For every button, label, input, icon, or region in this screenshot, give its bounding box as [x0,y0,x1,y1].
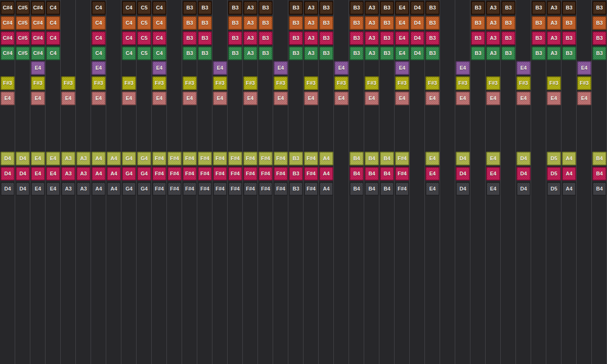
note-cell[interactable]: E4 [486,182,500,196]
note-cell[interactable]: F#4 [167,182,182,196]
note-label: G4 [141,186,148,191]
note-label: B4 [368,186,375,191]
note-cell[interactable]: A4 [92,182,106,196]
note-cell[interactable]: G4 [122,182,136,196]
note-label: A3 [65,186,72,191]
note-label: A4 [110,186,117,191]
note-cell[interactable]: F#4 [304,182,318,196]
note-cell[interactable]: F#4 [258,182,273,196]
note-cell[interactable]: F#4 [395,182,409,196]
note-label: B4 [596,186,603,191]
note-cell[interactable]: B3 [289,182,303,196]
note-cell[interactable]: D4 [516,182,531,196]
note-label: G4 [126,186,133,191]
note-cell[interactable]: F#4 [213,182,227,196]
note-label: D4 [460,186,466,191]
note-cell[interactable]: B4 [592,182,607,196]
note-label: A4 [95,186,102,191]
note-label: B3 [293,186,299,191]
sequencer-grid[interactable]: C#4C#5C#4C4C4C4C5C4B3B3B3A3B3B3A3B3B3A3B… [0,0,607,364]
note-label: A3 [80,186,87,191]
note-label: B4 [353,186,360,191]
note-cell[interactable]: F#4 [198,182,212,196]
note-cell[interactable]: D4 [16,182,30,196]
sequencer-row-melody-3: D4D4E4E4A3A3A4A4G4G4F#4F#4F#4F#4F#4F#4F#… [0,0,607,364]
note-cell[interactable]: A4 [107,182,121,196]
note-label: D4 [19,186,26,191]
note-label: E4 [35,186,41,191]
note-cell[interactable]: G4 [137,182,151,196]
note-label: F#4 [201,186,210,191]
note-label: A4 [323,186,330,191]
note-label: F#4 [398,186,407,191]
note-cell[interactable]: D4 [0,182,15,196]
note-cell[interactable]: B4 [380,182,394,196]
note-label: A4 [566,186,572,191]
note-label: F#4 [246,186,255,191]
note-cell[interactable]: B4 [365,182,379,196]
note-label: D4 [4,186,11,191]
note-cell[interactable]: D4 [456,182,470,196]
note-cell[interactable]: F#4 [152,182,166,196]
note-label: F#4 [185,186,194,191]
note-label: F#4 [307,186,316,191]
note-cell[interactable]: F#4 [228,182,242,196]
note-cell[interactable]: A4 [562,182,576,196]
note-label: F#4 [231,186,240,191]
note-label: F#4 [155,186,164,191]
note-cell[interactable]: E4 [46,182,60,196]
note-cell[interactable]: A3 [76,182,91,196]
note-cell[interactable]: B4 [349,182,364,196]
note-label: F#4 [261,186,270,191]
note-cell[interactable]: F#4 [274,182,288,196]
note-label: E4 [490,186,496,191]
note-cell[interactable]: A4 [319,182,333,196]
note-label: D4 [520,186,527,191]
note-cell[interactable]: F#4 [243,182,258,196]
note-label: F#4 [276,186,285,191]
note-cell[interactable]: E4 [425,182,440,196]
note-cell[interactable]: E4 [31,182,45,196]
note-label: E4 [429,186,435,191]
note-label: B4 [384,186,390,191]
note-cell[interactable]: D5 [547,182,561,196]
note-label: D5 [551,186,557,191]
note-cell[interactable]: F#4 [183,182,197,196]
note-label: F#4 [216,186,225,191]
note-label: F#4 [170,186,179,191]
note-label: E4 [50,186,56,191]
note-cell[interactable]: A3 [61,182,75,196]
